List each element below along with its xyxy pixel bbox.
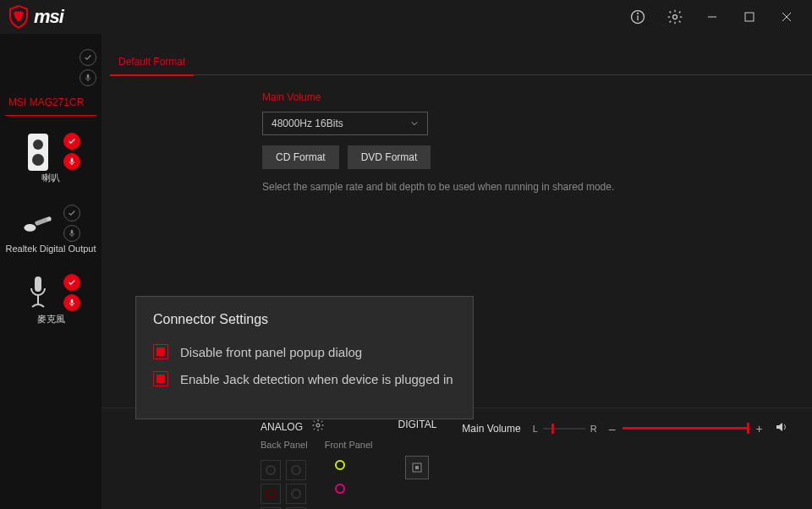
front-panel-label: Front Panel [325, 440, 373, 450]
svg-rect-5 [745, 13, 754, 21]
tab-underline [194, 74, 812, 75]
svg-point-10 [33, 140, 43, 150]
hint-text: Select the sample rate and bit depth to … [102, 169, 812, 193]
digital-port[interactable] [405, 456, 429, 479]
svg-rect-12 [71, 158, 74, 162]
volume-slider[interactable] [623, 427, 749, 430]
svg-rect-22 [415, 466, 419, 469]
sidebar-product-indicators [0, 51, 102, 85]
mic-indicator[interactable] [63, 225, 80, 242]
svg-rect-16 [71, 230, 74, 234]
svg-point-3 [673, 15, 678, 19]
cable-icon [21, 205, 55, 244]
analog-panel: ANALOG Back Panel Front Panel [261, 419, 373, 509]
balance-slider[interactable]: L R [533, 424, 597, 434]
jack-front-pink[interactable] [330, 479, 350, 499]
dvd-format-button[interactable]: DVD Format [348, 145, 431, 169]
connector-settings-icon[interactable] [311, 419, 325, 435]
mic-indicator[interactable] [63, 294, 80, 311]
jack-back-4[interactable] [286, 484, 306, 504]
main-volume-label: Main Volume [462, 423, 520, 435]
brand-text: msi [34, 6, 63, 28]
back-panel-label: Back Panel [261, 440, 308, 450]
format-dropdown[interactable]: 48000Hz 16Bits [262, 112, 428, 135]
msi-shield-icon [8, 5, 29, 29]
jack-back-2[interactable] [286, 460, 306, 480]
volume-panel: Main Volume L R – + [462, 419, 787, 436]
mic-indicator[interactable] [63, 153, 80, 170]
maximize-button[interactable] [731, 0, 768, 34]
checkbox-disable-front-popup[interactable] [153, 344, 168, 359]
svg-point-13 [24, 224, 36, 232]
sidebar-device-microphone[interactable]: 麥克風 [0, 265, 102, 337]
section-title: Main Volume [102, 76, 812, 112]
digital-label: DIGITAL [398, 419, 437, 430]
jack-back-1[interactable] [261, 460, 281, 480]
analog-label: ANALOG [261, 421, 303, 433]
balance-l: L [533, 424, 538, 434]
svg-rect-17 [35, 276, 41, 292]
sidebar-device-digital-output[interactable]: Realtek Digital Output [0, 196, 102, 265]
digital-panel: DIGITAL [398, 419, 437, 479]
close-button[interactable] [768, 0, 805, 34]
bottom-panel: ANALOG Back Panel Front Panel [102, 408, 812, 509]
device-label: Realtek Digital Output [6, 244, 96, 254]
titlebar: msi [0, 0, 812, 34]
device-label: 喇叭 [41, 172, 60, 184]
settings-icon[interactable] [656, 0, 694, 34]
sidebar: MSI MAG271CR 喇叭 Realtek Digital Output [0, 34, 102, 509]
checkbox-enable-jack-detection[interactable] [153, 371, 168, 386]
connector-settings-popup: Connector Settings Disable front panel p… [135, 296, 474, 419]
chevron-down-icon [410, 119, 419, 128]
volume-minus[interactable]: – [609, 422, 616, 435]
volume-plus[interactable]: + [756, 422, 763, 435]
sidebar-device-speakers[interactable]: 喇叭 [0, 124, 102, 196]
svg-point-2 [638, 13, 639, 14]
minimize-button[interactable] [694, 0, 731, 34]
svg-rect-19 [71, 299, 74, 304]
checkbox-label: Enable Jack detection when device is plu… [180, 372, 453, 386]
jack-front-green[interactable] [330, 455, 350, 475]
svg-point-15 [47, 216, 51, 221]
device-label: 麥克風 [37, 313, 65, 326]
check-indicator[interactable] [63, 133, 80, 150]
mute-icon[interactable] [775, 420, 788, 436]
tab-default-format[interactable]: Default Format [110, 49, 194, 76]
svg-point-11 [32, 154, 44, 166]
svg-rect-8 [87, 74, 90, 79]
cd-format-button[interactable]: CD Format [262, 145, 339, 169]
dropdown-value: 48000Hz 16Bits [272, 118, 343, 129]
popup-title: Connector Settings [153, 312, 456, 327]
microphone-icon [21, 274, 55, 313]
brand-logo: msi [8, 5, 63, 29]
checkbox-label: Disable front panel popup dialog [180, 345, 362, 359]
mic-indicator[interactable] [80, 69, 96, 86]
check-indicator[interactable] [63, 274, 80, 291]
info-icon[interactable] [619, 0, 656, 34]
check-indicator[interactable] [63, 205, 80, 222]
sidebar-divider [5, 115, 96, 116]
jack-back-3[interactable] [261, 484, 281, 504]
speaker-icon [21, 133, 55, 172]
product-name: MSI MAG271CR [0, 85, 102, 115]
svg-point-20 [316, 424, 320, 427]
balance-r: R [590, 424, 597, 434]
check-indicator[interactable] [80, 49, 96, 66]
